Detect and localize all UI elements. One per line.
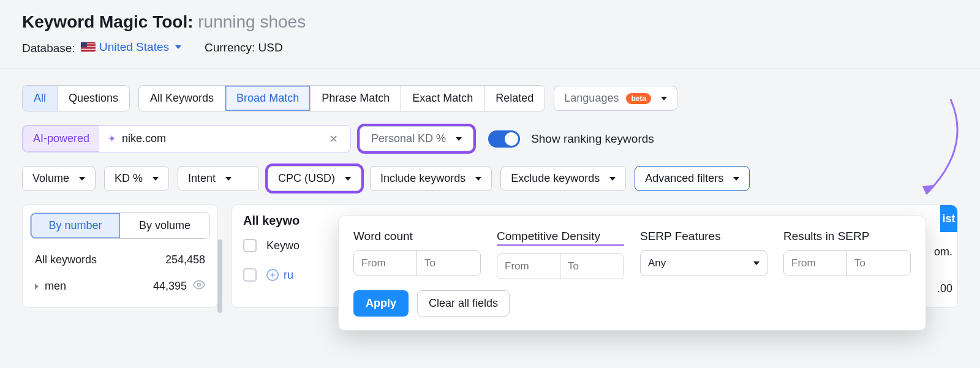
chevron-down-icon [456,137,462,141]
ai-powered-chip: AI-powered [23,126,99,152]
all-keywords-label: All keywords [35,253,97,266]
kd-filter[interactable]: KD % [104,166,169,191]
chevron-right-icon [35,284,39,290]
results-in-serp-filter: Results in SERP [783,230,911,279]
question-toggle-group: All Questions [22,85,130,111]
tab-all-keywords[interactable]: All Keywords [139,86,225,111]
clear-input-icon[interactable]: ✕ [325,132,342,146]
apply-button[interactable]: Apply [353,290,409,317]
ai-domain-input[interactable] [122,132,319,145]
all-keywords-row[interactable]: All keywords 254,458 [30,247,210,272]
group-men-row[interactable]: men 44,395 [30,272,210,300]
competitive-density-from[interactable] [497,254,560,279]
database-block: Database: United States [22,40,181,55]
select-all-checkbox[interactable] [243,239,257,252]
show-ranking-toggle[interactable] [488,130,520,148]
tab-by-volume[interactable]: By volume [120,213,209,238]
sparkle-icon: ✦ [108,133,116,145]
tab-by-number[interactable]: By number [31,213,120,238]
ai-domain-input-wrap: AI-powered ✦ ✕ [22,125,351,152]
chevron-down-icon [153,177,159,181]
chevron-down-icon [345,177,351,181]
results-serp-to[interactable] [847,251,910,276]
beta-badge: beta [626,93,651,104]
svg-point-0 [198,284,201,287]
query-text: running shoes [198,12,306,31]
word-count-label: Word count [353,230,481,243]
chevron-down-icon [475,177,481,181]
competitive-density-label: Competitive Density [497,230,624,246]
tab-questions[interactable]: Questions [58,86,129,111]
keyword-row[interactable]: + ru [266,269,293,282]
serp-features-label: SERP Features [640,230,767,243]
competitive-density-filter: Competitive Density [497,230,624,279]
match-type-group: All Keywords Broad Match Phrase Match Ex… [138,85,545,111]
group-men-count: 44,395 [153,280,187,293]
advanced-filters[interactable]: Advanced filters [635,166,750,191]
word-count-filter: Word count [353,230,481,279]
tool-name: Keyword Magic Tool: [22,12,194,31]
us-flag-icon [81,42,96,52]
tab-related[interactable]: Related [484,86,545,111]
chevron-down-icon [79,177,85,181]
serp-features-value: Any [648,257,666,269]
truncated-col-suffix: om. [934,246,952,258]
truncated-value: .00 [937,282,952,295]
database-select[interactable]: United States [81,40,181,54]
col-keyword-header[interactable]: Keywo [266,239,300,252]
eye-icon[interactable] [193,279,205,294]
clear-all-button[interactable]: Clear all fields [417,290,510,317]
competitive-density-to[interactable] [560,254,624,279]
cpc-filter[interactable]: CPC (USD) [268,166,361,191]
chevron-down-icon [661,97,667,100]
intent-filter[interactable]: Intent [178,166,259,191]
tab-exact-match[interactable]: Exact Match [401,86,484,111]
database-label: Database: [22,42,75,54]
languages-dropdown[interactable]: Languages beta [554,86,677,111]
personal-kd-label: Personal KD % [371,132,446,145]
exclude-keywords-filter[interactable]: Exclude keywords [500,166,626,191]
add-icon[interactable]: + [266,269,279,281]
side-sort-tabs: By number By volume [30,212,210,239]
currency-label: Currency: USD [205,41,283,54]
all-keywords-count: 254,458 [165,253,205,266]
keyword-text: ru [284,269,293,282]
serp-features-filter: SERP Features Any [640,230,767,279]
word-count-from[interactable] [354,251,417,276]
include-keywords-filter[interactable]: Include keywords [370,166,492,191]
volume-filter[interactable]: Volume [22,166,96,191]
group-men-label: men [45,280,66,293]
chevron-down-icon [175,45,181,49]
page-title: Keyword Magic Tool: running shoes [22,12,958,32]
personal-kd-dropdown[interactable]: Personal KD % [360,126,473,151]
chevron-down-icon [733,177,739,181]
show-ranking-label: Show ranking keywords [531,132,654,146]
chevron-down-icon [225,177,232,181]
advanced-filters-popover: Word count Competitive Density SERP Feat… [338,216,926,331]
chevron-down-icon [609,177,616,181]
serp-features-select[interactable]: Any [640,250,767,276]
results-serp-from[interactable] [784,251,847,276]
tab-all[interactable]: All [23,86,58,111]
database-value: United States [99,40,169,54]
scrollbar[interactable] [217,239,222,313]
results-in-serp-label: Results in SERP [783,230,911,243]
chevron-down-icon [753,261,760,265]
keyword-groups-panel: By number By volume All keywords 254,458… [22,205,218,308]
languages-label: Languages [564,92,619,105]
tab-broad-match[interactable]: Broad Match [225,86,311,111]
add-to-list-button[interactable]: ist [940,205,957,232]
tab-phrase-match[interactable]: Phrase Match [311,86,401,111]
row-checkbox[interactable] [243,268,257,282]
word-count-to[interactable] [417,251,480,276]
